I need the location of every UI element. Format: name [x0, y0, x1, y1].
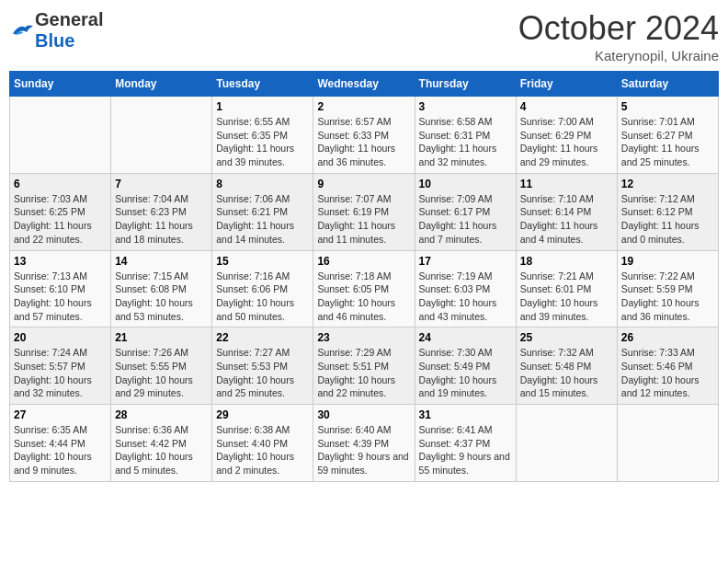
day-info: Sunrise: 6:35 AM Sunset: 4:44 PM Dayligh…	[14, 423, 107, 477]
day-number: 15	[216, 255, 309, 268]
calendar-cell: 22Sunrise: 7:27 AM Sunset: 5:53 PM Dayli…	[212, 327, 313, 405]
calendar-week-row: 27Sunrise: 6:35 AM Sunset: 4:44 PM Dayli…	[10, 405, 719, 482]
calendar-cell	[516, 405, 617, 482]
logo-general: General	[35, 9, 103, 30]
day-info: Sunrise: 7:12 AM Sunset: 6:12 PM Dayligh…	[621, 192, 714, 247]
calendar-cell: 9Sunrise: 7:07 AM Sunset: 6:19 PM Daylig…	[313, 173, 415, 250]
weekday-header-cell: Wednesday	[313, 72, 415, 97]
location: Katerynopil, Ukraine	[518, 48, 719, 63]
calendar-cell: 12Sunrise: 7:12 AM Sunset: 6:12 PM Dayli…	[617, 173, 718, 250]
calendar-cell: 4Sunrise: 7:00 AM Sunset: 6:29 PM Daylig…	[516, 97, 617, 174]
day-info: Sunrise: 7:07 AM Sunset: 6:19 PM Dayligh…	[317, 192, 410, 247]
day-number: 27	[14, 408, 107, 421]
day-info: Sunrise: 7:16 AM Sunset: 6:06 PM Dayligh…	[216, 270, 309, 324]
day-number: 28	[115, 408, 208, 421]
day-info: Sunrise: 7:27 AM Sunset: 5:53 PM Dayligh…	[216, 346, 309, 400]
day-number: 3	[419, 100, 512, 113]
calendar-week-row: 1Sunrise: 6:55 AM Sunset: 6:35 PM Daylig…	[10, 97, 719, 174]
calendar-cell: 3Sunrise: 6:58 AM Sunset: 6:31 PM Daylig…	[415, 97, 516, 174]
calendar-cell: 19Sunrise: 7:22 AM Sunset: 5:59 PM Dayli…	[617, 250, 718, 327]
day-info: Sunrise: 7:00 AM Sunset: 6:29 PM Dayligh…	[520, 115, 613, 169]
calendar-cell	[111, 97, 212, 174]
weekday-header-cell: Tuesday	[212, 72, 313, 97]
calendar-cell: 20Sunrise: 7:24 AM Sunset: 5:57 PM Dayli…	[10, 327, 111, 405]
calendar: SundayMondayTuesdayWednesdayThursdayFrid…	[9, 71, 719, 482]
day-info: Sunrise: 6:41 AM Sunset: 4:37 PM Dayligh…	[419, 423, 512, 477]
calendar-cell	[617, 405, 718, 482]
day-number: 21	[115, 331, 208, 344]
day-number: 22	[216, 331, 309, 344]
day-number: 20	[14, 331, 107, 344]
day-number: 29	[216, 408, 309, 421]
calendar-cell: 1Sunrise: 6:55 AM Sunset: 6:35 PM Daylig…	[212, 97, 313, 174]
calendar-cell: 23Sunrise: 7:29 AM Sunset: 5:51 PM Dayli…	[313, 327, 415, 405]
day-number: 8	[216, 178, 309, 190]
logo: General Blue	[9, 9, 103, 52]
day-info: Sunrise: 6:58 AM Sunset: 6:31 PM Dayligh…	[419, 115, 512, 169]
calendar-cell: 14Sunrise: 7:15 AM Sunset: 6:08 PM Dayli…	[111, 250, 212, 327]
calendar-cell: 21Sunrise: 7:26 AM Sunset: 5:55 PM Dayli…	[111, 327, 212, 405]
day-info: Sunrise: 6:36 AM Sunset: 4:42 PM Dayligh…	[115, 423, 208, 477]
calendar-cell	[10, 97, 111, 174]
day-info: Sunrise: 7:15 AM Sunset: 6:08 PM Dayligh…	[115, 270, 208, 324]
calendar-cell: 8Sunrise: 7:06 AM Sunset: 6:21 PM Daylig…	[212, 173, 313, 250]
day-info: Sunrise: 7:01 AM Sunset: 6:27 PM Dayligh…	[621, 115, 714, 169]
day-info: Sunrise: 7:29 AM Sunset: 5:51 PM Dayligh…	[317, 346, 410, 400]
day-info: Sunrise: 7:33 AM Sunset: 5:46 PM Dayligh…	[621, 346, 714, 400]
calendar-cell: 6Sunrise: 7:03 AM Sunset: 6:25 PM Daylig…	[10, 173, 111, 250]
day-info: Sunrise: 6:57 AM Sunset: 6:33 PM Dayligh…	[317, 115, 410, 169]
day-info: Sunrise: 7:22 AM Sunset: 5:59 PM Dayligh…	[621, 270, 714, 324]
day-number: 17	[419, 255, 512, 268]
day-info: Sunrise: 7:10 AM Sunset: 6:14 PM Dayligh…	[520, 192, 613, 247]
calendar-cell: 16Sunrise: 7:18 AM Sunset: 6:05 PM Dayli…	[313, 250, 415, 327]
day-number: 1	[216, 100, 309, 113]
day-info: Sunrise: 7:04 AM Sunset: 6:23 PM Dayligh…	[115, 192, 208, 247]
day-info: Sunrise: 7:30 AM Sunset: 5:49 PM Dayligh…	[419, 346, 512, 400]
calendar-cell: 25Sunrise: 7:32 AM Sunset: 5:48 PM Dayli…	[516, 327, 617, 405]
day-number: 18	[520, 255, 613, 268]
day-number: 25	[520, 331, 613, 344]
day-number: 5	[621, 100, 714, 113]
day-info: Sunrise: 7:09 AM Sunset: 6:17 PM Dayligh…	[419, 192, 512, 247]
day-number: 24	[419, 331, 512, 344]
day-info: Sunrise: 6:40 AM Sunset: 4:39 PM Dayligh…	[317, 423, 410, 477]
calendar-week-row: 6Sunrise: 7:03 AM Sunset: 6:25 PM Daylig…	[10, 173, 719, 250]
calendar-cell: 28Sunrise: 6:36 AM Sunset: 4:42 PM Dayli…	[111, 405, 212, 482]
logo-blue: Blue	[35, 30, 103, 52]
day-number: 14	[115, 255, 208, 268]
weekday-header-cell: Thursday	[415, 72, 516, 97]
day-info: Sunrise: 7:06 AM Sunset: 6:21 PM Dayligh…	[216, 192, 309, 247]
calendar-cell: 17Sunrise: 7:19 AM Sunset: 6:03 PM Dayli…	[415, 250, 516, 327]
day-info: Sunrise: 7:13 AM Sunset: 6:10 PM Dayligh…	[14, 270, 107, 324]
day-number: 6	[14, 178, 107, 190]
day-info: Sunrise: 7:32 AM Sunset: 5:48 PM Dayligh…	[520, 346, 613, 400]
header: General Blue October 2024 Katerynopil, U…	[9, 9, 719, 63]
day-number: 31	[419, 408, 512, 421]
calendar-cell: 26Sunrise: 7:33 AM Sunset: 5:46 PM Dayli…	[617, 327, 718, 405]
calendar-body: 1Sunrise: 6:55 AM Sunset: 6:35 PM Daylig…	[10, 97, 719, 482]
month-title: October 2024	[518, 9, 719, 48]
weekday-header-row: SundayMondayTuesdayWednesdayThursdayFrid…	[10, 72, 719, 97]
calendar-cell: 13Sunrise: 7:13 AM Sunset: 6:10 PM Dayli…	[10, 250, 111, 327]
calendar-cell: 30Sunrise: 6:40 AM Sunset: 4:39 PM Dayli…	[313, 405, 415, 482]
day-number: 2	[317, 100, 410, 113]
calendar-cell: 2Sunrise: 6:57 AM Sunset: 6:33 PM Daylig…	[313, 97, 415, 174]
day-number: 4	[520, 100, 613, 113]
logo-text: General Blue	[35, 9, 103, 52]
day-number: 12	[621, 178, 714, 190]
day-number: 16	[317, 255, 410, 268]
calendar-cell: 31Sunrise: 6:41 AM Sunset: 4:37 PM Dayli…	[415, 405, 516, 482]
day-info: Sunrise: 7:18 AM Sunset: 6:05 PM Dayligh…	[317, 270, 410, 324]
day-number: 26	[621, 331, 714, 344]
weekday-header-cell: Friday	[516, 72, 617, 97]
logo-bird-icon	[9, 21, 35, 40]
calendar-cell: 18Sunrise: 7:21 AM Sunset: 6:01 PM Dayli…	[516, 250, 617, 327]
day-number: 9	[317, 178, 410, 190]
day-info: Sunrise: 6:38 AM Sunset: 4:40 PM Dayligh…	[216, 423, 309, 477]
calendar-cell: 15Sunrise: 7:16 AM Sunset: 6:06 PM Dayli…	[212, 250, 313, 327]
day-info: Sunrise: 6:55 AM Sunset: 6:35 PM Dayligh…	[216, 115, 309, 169]
calendar-cell: 5Sunrise: 7:01 AM Sunset: 6:27 PM Daylig…	[617, 97, 718, 174]
day-info: Sunrise: 7:19 AM Sunset: 6:03 PM Dayligh…	[419, 270, 512, 324]
day-number: 10	[419, 178, 512, 190]
calendar-cell: 11Sunrise: 7:10 AM Sunset: 6:14 PM Dayli…	[516, 173, 617, 250]
